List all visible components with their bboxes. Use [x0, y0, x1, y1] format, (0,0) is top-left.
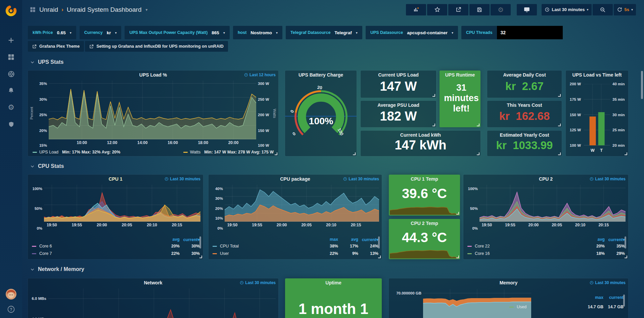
series-name[interactable]: Core 22 — [475, 244, 585, 248]
panel-title[interactable]: UPS Load % — [28, 72, 278, 78]
ups-load-chart[interactable] — [49, 81, 256, 139]
panel-time-range[interactable]: Last 30 minutes — [590, 280, 626, 285]
legend-sort-header[interactable]: avg — [585, 237, 605, 242]
series-swatch — [509, 307, 514, 308]
cycle-view-button[interactable] — [517, 4, 537, 15]
network-chart[interactable] — [48, 288, 276, 318]
section-ups-stats[interactable]: UPS Stats — [30, 59, 63, 65]
dashboard-settings-button[interactable]: ⚙ — [491, 4, 511, 15]
grafana-logo-icon[interactable] — [4, 3, 18, 17]
variable-host[interactable]: hostNostromo▾ — [233, 26, 282, 39]
save-button[interactable] — [469, 4, 490, 15]
series-name[interactable]: UPS Load — [39, 150, 58, 154]
variable-currency[interactable]: Currencykr▾ — [80, 26, 122, 39]
panel-network-graph: Network Last 30 minutes 6.0 MBs4.0 MBs2.… — [28, 278, 278, 318]
panel-title[interactable]: Uptime — [285, 280, 382, 285]
series-name[interactable]: User — [220, 251, 318, 256]
variable-ups-datasource[interactable]: UPS Datasourceapcupsd-container▾ — [366, 26, 458, 39]
y-axis: 70.000000 GB60.000000 GB50.000000 GB — [390, 289, 423, 318]
legend-sort-header[interactable]: max — [583, 295, 603, 300]
legend-sort-header[interactable]: avg — [159, 237, 180, 242]
axis-tick-label: 100% — [468, 187, 478, 191]
series-name[interactable]: CPU Total — [220, 244, 318, 248]
share-button[interactable] — [448, 4, 468, 15]
variable-telegraf-datasource[interactable]: Telegraf DatasourceTelegraf▾ — [286, 26, 362, 39]
legend-sort-header[interactable]: current▾ — [605, 237, 625, 242]
legend-value: 20% — [159, 244, 180, 248]
variable-ups-max-output[interactable]: UPS Max Output Power Capacity (Watt)865▾ — [125, 26, 229, 39]
panel-title[interactable]: Current UPS Load — [361, 72, 436, 78]
help-icon[interactable]: ? — [7, 305, 15, 313]
avatar[interactable] — [5, 288, 17, 300]
configuration-gear-icon[interactable]: ⚙ — [7, 103, 15, 111]
legend-scrollbar[interactable] — [625, 236, 626, 248]
legend-sort-header[interactable]: max — [318, 237, 338, 242]
panel-time-range[interactable]: Last 30 minutes — [343, 177, 379, 181]
cpu-package-chart[interactable] — [225, 185, 379, 222]
panel-time-range[interactable]: Last 30 minutes — [590, 177, 626, 181]
gauge-value: 100% — [309, 116, 333, 126]
panel-time-range[interactable]: Last 30 minutes — [240, 280, 276, 285]
series-name[interactable]: Watts — [190, 150, 200, 154]
panel-title[interactable]: CPU 1 Temp — [389, 176, 460, 182]
section-network-memory[interactable]: Network / Memory — [30, 266, 84, 272]
axis-tick-label: 0% — [472, 226, 478, 230]
legend-value: 22% — [159, 251, 180, 256]
axis-tick-label: 6.0 MBs — [32, 297, 46, 301]
refresh-button[interactable]: 5s ▾ — [614, 4, 636, 15]
server-admin-shield-icon[interactable] — [7, 120, 15, 128]
bar-W[interactable] — [590, 117, 596, 145]
title-caret-icon[interactable]: ▾ — [145, 7, 147, 12]
alerting-bell-icon[interactable] — [7, 87, 15, 95]
series-name[interactable]: Core 16 — [475, 251, 585, 256]
panel-title[interactable]: CPU 2 Temp — [389, 221, 460, 226]
section-cpu-stats[interactable]: CPU Stats — [30, 163, 64, 169]
add-panel-button[interactable] — [406, 4, 426, 15]
panel-title[interactable]: UPS Runtime — [440, 72, 480, 78]
panel-title[interactable]: Estimated Yearly Cost — [487, 132, 562, 138]
create-plus-icon[interactable] — [7, 36, 15, 44]
refresh-interval-label[interactable]: 5s — [625, 7, 629, 12]
legend-sort-header[interactable]: current▾ — [180, 237, 200, 242]
legend-value: 14.7 GB — [603, 305, 624, 309]
panel-title[interactable]: Average PSU Load — [361, 102, 436, 108]
panel-title[interactable]: Current Load kWh — [361, 132, 480, 138]
dashboards-grid-icon[interactable] — [7, 53, 15, 61]
legend-scrollbar[interactable] — [378, 236, 380, 248]
breadcrumb-app[interactable]: Unraid — [39, 6, 58, 13]
explore-lifebuoy-icon[interactable] — [7, 70, 15, 78]
time-range-picker[interactable]: Last 30 minutes ▾ — [542, 4, 591, 15]
axis-tick-label: 19:55 — [72, 223, 82, 227]
legend-scrollbar[interactable] — [623, 294, 625, 307]
cpu-threads-input[interactable] — [497, 26, 563, 39]
link-ups-monitoring-guide[interactable]: Setting up Grafana and InfluxDB for UPS … — [85, 41, 228, 52]
cpu1-chart[interactable] — [44, 185, 200, 222]
cpu2-chart[interactable] — [479, 185, 626, 222]
panel-title[interactable]: UPS Load vs Time left — [566, 72, 628, 78]
zoom-out-button[interactable] — [593, 4, 613, 15]
legend-sort-header[interactable]: current — [603, 295, 624, 300]
panel-time-range[interactable]: Last 12 hours — [244, 73, 276, 77]
series-name[interactable]: Used — [517, 305, 583, 309]
series-name[interactable]: Core 7 — [39, 251, 159, 256]
variable-kwh-price[interactable]: kWh Price0.65▾ — [28, 26, 76, 39]
refresh-caret-icon[interactable]: ▾ — [631, 8, 633, 11]
link-grafana-plex-theme[interactable]: Grafana Plex Theme — [28, 41, 84, 52]
dashboard-title[interactable]: Unraid System Dashboard — [67, 6, 142, 13]
series-swatch — [32, 253, 36, 254]
legend-sort-header[interactable]: current▾ — [358, 237, 378, 242]
panel-title[interactable]: UPS Battery Charge — [285, 72, 357, 78]
panel-title[interactable]: Average Daily Cost — [487, 72, 562, 78]
panel-time-range[interactable]: Last 30 minutes — [165, 177, 200, 181]
legend-sort-header[interactable]: avg — [338, 237, 358, 242]
legend-scrollbar[interactable] — [199, 236, 201, 248]
panel-title[interactable]: This Years Cost — [487, 102, 562, 108]
panel-current-load-kwh: Current Load kWh 147 kWh — [361, 131, 480, 156]
star-button[interactable] — [427, 4, 447, 15]
series-name[interactable]: Core 6 — [39, 244, 159, 248]
ups-bar-chart[interactable]: WT — [584, 84, 610, 145]
page-scrollbar[interactable] — [641, 71, 643, 99]
bar-label: W — [591, 148, 595, 153]
bar-T[interactable] — [598, 112, 605, 145]
axis-tick-label: 35% — [39, 82, 47, 86]
